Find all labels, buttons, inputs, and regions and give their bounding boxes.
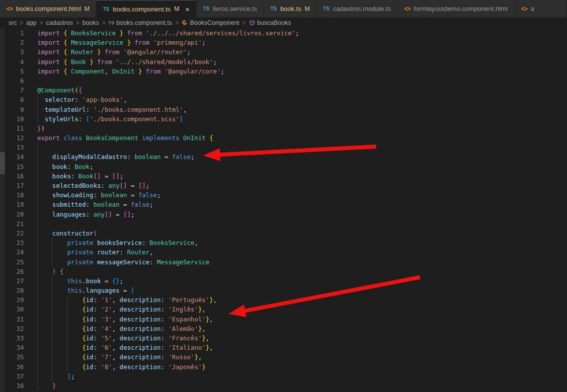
code-line[interactable]: 35 {id: '7', description: 'Russo'},	[5, 352, 567, 362]
code-line[interactable]: 37 ];	[5, 372, 567, 381]
line-number[interactable]: 20	[5, 210, 37, 219]
code-line[interactable]: 24 private router: Router,	[5, 247, 567, 257]
code-text: private messageService: MessageService	[37, 257, 567, 267]
line-number[interactable]: 31	[5, 314, 37, 324]
line-number[interactable]: 32	[5, 324, 37, 333]
tab-cadastros-module-ts[interactable]: TScadastros.module.ts	[317, 0, 398, 17]
code-line[interactable]: 15 book: Book;	[5, 162, 567, 171]
line-number[interactable]: 7	[5, 85, 37, 95]
close-icon[interactable]: ×	[185, 5, 190, 13]
code-line[interactable]: 38 }	[5, 381, 567, 391]
tab-book-ts[interactable]: TSbook.tsM	[264, 0, 317, 17]
code-line[interactable]: 16 books: Book[] = [];	[5, 171, 567, 181]
code-line[interactable]: 34 {id: '6', description: 'Italiano'},	[5, 343, 567, 352]
code-line[interactable]: 13	[5, 143, 567, 152]
line-number[interactable]: 17	[5, 181, 37, 190]
line-number[interactable]: 11	[5, 124, 37, 133]
line-number[interactable]: 5	[5, 67, 37, 76]
line-number[interactable]: 21	[5, 219, 37, 229]
code-line[interactable]: 3import { Router } from '@angular/router…	[5, 47, 567, 57]
breadcrumb-item-src[interactable]: src	[8, 19, 17, 26]
git-modified-badge: M	[84, 5, 89, 12]
code-line[interactable]: 23 private booksService: BooksService,	[5, 238, 567, 247]
code-line[interactable]: 6	[5, 76, 567, 85]
breadcrumb-item-bookscomponent[interactable]: BooksComponent	[181, 19, 239, 26]
line-number[interactable]: 1	[5, 28, 37, 38]
line-number[interactable]: 13	[5, 143, 37, 152]
line-number[interactable]: 18	[5, 190, 37, 200]
breadcrumb-item-buscabooks[interactable]: buscaBooks	[249, 19, 291, 26]
line-number[interactable]: 30	[5, 305, 37, 314]
line-number[interactable]: 12	[5, 133, 37, 143]
line-number[interactable]: 8	[5, 95, 37, 104]
line-number[interactable]: 33	[5, 333, 37, 343]
line-number[interactable]: 19	[5, 200, 37, 209]
code-editor[interactable]: 1import { BooksService } from './../../s…	[0, 28, 567, 392]
code-line[interactable]: 29 {id: '1', description: 'Português'},	[5, 295, 567, 305]
line-number[interactable]: 23	[5, 238, 37, 247]
code-line[interactable]: 18 showLoading: boolean = false;	[5, 190, 567, 200]
indent-guide	[37, 267, 38, 276]
code-line[interactable]: 26 ) {	[5, 267, 567, 276]
line-number[interactable]: 4	[5, 57, 37, 67]
code-line[interactable]: 31 {id: '3', description: 'Espanhol'},	[5, 314, 567, 324]
code-line[interactable]: 7@Component({	[5, 85, 567, 95]
line-number[interactable]: 26	[5, 267, 37, 276]
code-line[interactable]: 25 private messageService: MessageServic…	[5, 257, 567, 267]
code-line[interactable]: 8 selector: 'app-books',	[5, 95, 567, 104]
breadcrumb-item-books[interactable]: books	[82, 19, 99, 26]
code-line[interactable]: 32 {id: '4', description: 'Alemão'},	[5, 324, 567, 333]
code-line[interactable]: 21	[5, 219, 567, 229]
line-number[interactable]: 36	[5, 362, 37, 372]
code-line[interactable]: 19 submitted: boolean = false;	[5, 200, 567, 209]
line-number[interactable]: 9	[5, 105, 37, 114]
code-line[interactable]: 1import { BooksService } from './../../s…	[5, 28, 567, 38]
line-number[interactable]: 3	[5, 47, 37, 57]
line-number[interactable]: 27	[5, 276, 37, 286]
code-line[interactable]: 30 {id: '2', description: 'Inglês'},	[5, 305, 567, 314]
line-number[interactable]: 29	[5, 295, 37, 305]
code-line[interactable]: 2import { MessageService } from 'primeng…	[5, 38, 567, 47]
breadcrumb-item-app[interactable]: app	[26, 19, 37, 26]
code-line[interactable]: 22 constructor(	[5, 229, 567, 238]
code-line[interactable]: 10 styleUrls: ['./books.component.scss']	[5, 114, 567, 124]
line-number[interactable]: 38	[5, 381, 37, 391]
line-number[interactable]: 16	[5, 171, 37, 181]
line-number[interactable]: 28	[5, 286, 37, 295]
line-number[interactable]: 24	[5, 247, 37, 257]
code-line[interactable]: 5import { Component, OnInit } from '@ang…	[5, 67, 567, 76]
tab-livros-service-ts[interactable]: TSlivros.service.ts	[197, 0, 264, 17]
code-line[interactable]: 9 templateUrl: './books.component.html',	[5, 105, 567, 114]
line-number[interactable]: 14	[5, 152, 37, 161]
line-number[interactable]: 10	[5, 114, 37, 124]
code-line[interactable]: 17 selectedBooks: any[] = [];	[5, 181, 567, 190]
line-number[interactable]: 25	[5, 257, 37, 267]
code-line[interactable]: 12export class BooksComponent implements…	[5, 133, 567, 143]
code-line[interactable]: 33 {id: '5', description: 'Francês'},	[5, 333, 567, 343]
code-line[interactable]: 11})	[5, 124, 567, 133]
code-line[interactable]: 27 this.book = {};	[5, 276, 567, 286]
breadcrumb-item-books-component-ts[interactable]: TSbooks.component.ts	[108, 19, 172, 26]
tab-a[interactable]: <>a	[515, 0, 567, 17]
line-number[interactable]: 2	[5, 38, 37, 47]
line-number[interactable]: 22	[5, 229, 37, 238]
code-line[interactable]: 36 {id: '8', description: 'Japonês'}	[5, 362, 567, 372]
code-line[interactable]: 20 languages: any[] = [];	[5, 210, 567, 219]
code-line[interactable]: 4import { Book } from '../../shared/mode…	[5, 57, 567, 67]
line-number[interactable]: 37	[5, 372, 37, 381]
line-number[interactable]: 34	[5, 343, 37, 352]
line-number[interactable]: 15	[5, 162, 37, 171]
left-scrollbar-thumb[interactable]	[0, 152, 5, 174]
breadcrumb-item-cadastros[interactable]: cadastros	[46, 19, 73, 26]
tab-books-component-ts[interactable]: TSbooks.component.tsM×	[96, 0, 196, 17]
code-line[interactable]: 14 displayModalCadastro: boolean = false…	[5, 152, 567, 161]
line-number[interactable]: 35	[5, 352, 37, 362]
line-number[interactable]: 6	[5, 76, 37, 85]
code-line[interactable]: 28 this.languages = [	[5, 286, 567, 295]
tab-books-component-html[interactable]: <>books.component.htmlM	[0, 0, 96, 17]
left-scrollbar-strip[interactable]	[0, 28, 5, 392]
tab-label: books.component.html	[16, 5, 81, 12]
tab-formlayoutdemo-component-html[interactable]: <>formlayoutdemo.component.html	[398, 0, 514, 17]
code-text: import { MessageService } from 'primeng/…	[37, 38, 567, 47]
indent-guide	[37, 162, 38, 171]
